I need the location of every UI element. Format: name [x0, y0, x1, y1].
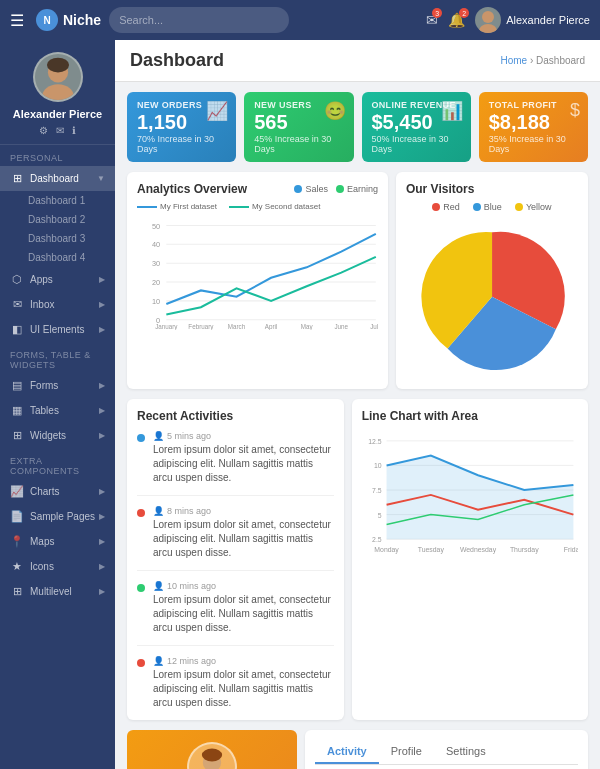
sidebar-item-apps[interactable]: ⬡ Apps ▶ — [0, 267, 115, 292]
activity-item-1: 👤 5 mins ago Lorem ipsum dolor sit amet,… — [137, 431, 334, 496]
stat-orders-sub: 70% Increase in 30 Days — [137, 134, 226, 154]
sidebar-item-inbox[interactable]: ✉ Inbox ▶ — [0, 292, 115, 317]
dashboard-icon: ⊞ — [10, 172, 24, 185]
red-dot — [432, 203, 440, 211]
sidebar-label-dashboard: Dashboard — [30, 173, 79, 184]
widgets-icon: ⊞ — [10, 429, 24, 442]
widgets-arrow: ▶ — [99, 431, 105, 440]
bell-icon[interactable]: 🔔 2 — [448, 12, 465, 28]
stats-row: New Orders 1,150 70% Increase in 30 Days… — [115, 82, 600, 172]
mid-row: Recent Activities 👤 5 mins ago Lorem ips… — [115, 399, 600, 730]
sidebar-item-maps[interactable]: 📍 Maps ▶ — [0, 529, 115, 554]
svg-text:July: July — [370, 323, 378, 330]
icons-icon: ★ — [10, 560, 24, 573]
stat-profit-icon: $ — [570, 100, 580, 121]
stat-card-users: New Users 565 45% Increase in 30 Days 😊 — [244, 92, 353, 162]
ui-icon: ◧ — [10, 323, 24, 336]
sidebar-sub-dashboard3[interactable]: Dashboard 3 — [0, 229, 115, 248]
breadcrumb-home[interactable]: Home — [501, 55, 528, 66]
mail-icon[interactable]: ✉ 3 — [426, 12, 438, 28]
top-navigation: ☰ N Niche ✉ 3 🔔 2 Alexander Pierce — [0, 0, 600, 40]
tab-profile[interactable]: Profile — [379, 740, 434, 764]
activity-dot-4 — [137, 659, 145, 667]
profile-mail-icon[interactable]: ✉ — [56, 125, 64, 136]
legend-blue-label: Blue — [484, 202, 502, 212]
search-input[interactable] — [109, 7, 289, 33]
legend-blue: Blue — [473, 202, 502, 212]
activity-item-2: 👤 8 mins ago Lorem ipsum dolor sit amet,… — [137, 506, 334, 571]
user-menu[interactable]: Alexander Pierce — [475, 7, 590, 33]
legend-earning-label: Earning — [347, 184, 378, 194]
legend-earning: Earning — [336, 184, 378, 194]
sales-dot — [294, 185, 302, 193]
dashboard-arrow: ▼ — [97, 174, 105, 183]
svg-marker-34 — [386, 455, 573, 539]
visitors-svg — [406, 218, 578, 376]
ui-arrow: ▶ — [99, 325, 105, 334]
sidebar-item-multilevel[interactable]: ⊞ Multilevel ▶ — [0, 579, 115, 604]
svg-text:7.5: 7.5 — [372, 487, 382, 494]
line-area-svg: 12.5 10 7.5 5 2.5 Monday Tuesday Wednesd… — [362, 431, 578, 559]
sidebar-item-widgets[interactable]: ⊞ Widgets ▶ — [0, 423, 115, 448]
app-logo: N Niche — [36, 9, 101, 31]
mail-badge: 3 — [432, 8, 442, 18]
svg-text:10: 10 — [374, 462, 382, 469]
hamburger-menu[interactable]: ☰ — [10, 11, 24, 30]
activity-time-2: 👤 8 mins ago — [153, 506, 334, 516]
svg-text:Wednesday: Wednesday — [460, 546, 497, 554]
analytics-title: Analytics Overview — [137, 182, 247, 196]
legend-red-label: Red — [443, 202, 460, 212]
svg-text:Thursday: Thursday — [510, 546, 539, 554]
inbox-icon: ✉ — [10, 298, 24, 311]
activity-text-4: Lorem ipsum dolor sit amet, consectetur … — [153, 668, 334, 710]
sidebar-item-charts[interactable]: 📈 Charts ▶ — [0, 479, 115, 504]
activity-text-1: Lorem ipsum dolor sit amet, consectetur … — [153, 443, 334, 485]
sidebar-item-sample[interactable]: 📄 Sample Pages ▶ — [0, 504, 115, 529]
activity-content-4: 👤 12 mins ago Lorem ipsum dolor sit amet… — [153, 656, 334, 710]
sidebar-item-forms-left: ▤ Forms — [10, 379, 58, 392]
legend-sales-label: Sales — [305, 184, 328, 194]
activity-item-4: 👤 12 mins ago Lorem ipsum dolor sit amet… — [137, 656, 334, 710]
svg-point-3 — [42, 84, 73, 102]
activity-time-3: 👤 10 mins ago — [153, 581, 334, 591]
sidebar-item-ui[interactable]: ◧ UI Elements ▶ — [0, 317, 115, 342]
svg-text:2.5: 2.5 — [372, 536, 382, 543]
sidebar-sub-dashboard2[interactable]: Dashboard 2 — [0, 210, 115, 229]
multilevel-arrow: ▶ — [99, 587, 105, 596]
stat-profit-sub: 35% Increase in 30 Days — [489, 134, 578, 154]
profile-info-icon[interactable]: ℹ — [72, 125, 76, 136]
svg-text:10: 10 — [152, 297, 160, 306]
multilevel-icon: ⊞ — [10, 585, 24, 598]
main-content: Dashboard Home › Dashboard New Orders 1,… — [115, 40, 600, 769]
tab-activity[interactable]: Activity — [315, 740, 379, 764]
maps-icon: 📍 — [10, 535, 24, 548]
bottom-row: Nick Lampard Lead Developer Projects 15 … — [115, 730, 600, 769]
svg-point-1 — [479, 24, 497, 33]
sidebar-label-sample: Sample Pages — [30, 511, 95, 522]
icons-arrow: ▶ — [99, 562, 105, 571]
sidebar-item-widgets-left: ⊞ Widgets — [10, 429, 66, 442]
sidebar-item-tables[interactable]: ▦ Tables ▶ — [0, 398, 115, 423]
svg-text:5: 5 — [378, 511, 382, 518]
sidebar-sub-dashboard4[interactable]: Dashboard 4 — [0, 248, 115, 267]
profile-settings-icon[interactable]: ⚙ — [39, 125, 48, 136]
avatar — [475, 7, 501, 33]
svg-text:30: 30 — [152, 259, 160, 268]
sidebar-item-forms[interactable]: ▤ Forms ▶ — [0, 373, 115, 398]
sidebar-item-icons[interactable]: ★ Icons ▶ — [0, 554, 115, 579]
sidebar-item-maps-left: 📍 Maps — [10, 535, 54, 548]
tables-arrow: ▶ — [99, 406, 105, 415]
svg-text:March: March — [228, 323, 246, 330]
dataset-legend: My First dataset My Second dataset — [137, 202, 378, 211]
activity-content-3: 👤 10 mins ago Lorem ipsum dolor sit amet… — [153, 581, 334, 635]
app-name: Niche — [63, 12, 101, 28]
sidebar-sub-dashboard1[interactable]: Dashboard 1 — [0, 191, 115, 210]
activities-title: Recent Activities — [137, 409, 334, 423]
svg-point-0 — [482, 11, 494, 23]
sidebar-item-dashboard[interactable]: ⊞ Dashboard ▼ — [0, 166, 115, 191]
page-header: Dashboard Home › Dashboard — [115, 40, 600, 82]
tab-settings[interactable]: Settings — [434, 740, 498, 764]
visitors-title: Our Visitors — [406, 182, 474, 196]
svg-text:20: 20 — [152, 278, 160, 287]
legend-sales: Sales — [294, 184, 328, 194]
